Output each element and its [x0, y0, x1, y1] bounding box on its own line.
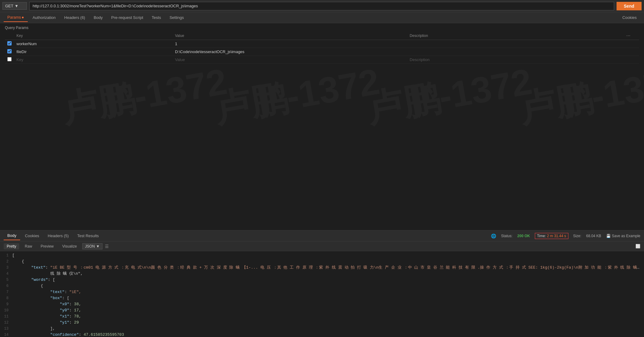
method-dropdown[interactable]: GET ▼ — [2, 2, 27, 10]
line-code: "y0": 17, — [12, 307, 642, 313]
param-checkbox-empty[interactable] — [7, 57, 12, 61]
line-number: 8 — [2, 295, 12, 301]
line-code: "y1": 29 — [12, 320, 642, 326]
json-line: 9 "x0": 38, — [0, 301, 644, 307]
line-number: 1 — [2, 252, 12, 259]
json-line: 13 ], — [0, 326, 644, 332]
preview-button[interactable]: Preview — [38, 243, 57, 249]
params-section: Query Params Key Value Description ··· — [0, 23, 644, 65]
line-code: "confidence": 47.61585235595703 — [12, 332, 642, 337]
line-number: 14 — [2, 332, 12, 337]
globe-icon: 🌐 — [491, 234, 496, 238]
resp-tab-body[interactable]: Body — [4, 231, 20, 240]
json-line: 10 "y0": 17, — [0, 307, 644, 313]
pretty-button[interactable]: Pretty — [4, 243, 19, 249]
line-code: "text": "iE BE 型 号 ：cm01 电 源 方 式 ：充 电 式\… — [12, 265, 642, 271]
response-section: Body Cookies Headers (5) Test Results 🌐 … — [0, 230, 644, 337]
table-row: workerNum 1 — [5, 40, 639, 48]
line-code: "x1": 78, — [12, 313, 642, 320]
line-number: 5 — [2, 277, 12, 283]
send-button[interactable]: Send — [617, 2, 642, 10]
param-checkbox-2[interactable] — [7, 49, 12, 53]
more-options-icon[interactable]: ··· — [626, 33, 630, 38]
size-value: 68.04 KB — [586, 234, 601, 238]
param-desc-1 — [407, 40, 624, 48]
line-code: ], — [12, 326, 642, 332]
tab-settings[interactable]: Settings — [166, 13, 188, 22]
tab-tests[interactable]: Tests — [148, 13, 165, 22]
format-dropdown[interactable]: JSON ▼ — [82, 243, 102, 249]
param-value-1: 1 — [173, 40, 407, 48]
col-key: Key — [14, 32, 173, 40]
json-line: 4 线 除 螨 仪\n", — [0, 271, 644, 277]
spacer-area: 卢鹏-1372 卢鹏-1372 卢鹏-1372 卢鹏-1372 — [0, 65, 644, 230]
line-number: 13 — [2, 326, 12, 332]
watermark-3: 卢鹏-1372 — [363, 65, 536, 135]
json-line: 3 "text": "iE BE 型 号 ：cm01 电 源 方 式 ：充 电 … — [0, 265, 644, 271]
raw-button[interactable]: Raw — [22, 243, 35, 249]
tab-body[interactable]: Body — [90, 13, 106, 22]
watermark-2: 卢鹏-1372 — [210, 65, 383, 135]
expand-icon[interactable]: ⬜ — [635, 244, 640, 248]
empty-row: Key Value Description — [5, 56, 639, 64]
json-line: 14 "confidence": 47.61585235595703 — [0, 332, 644, 337]
size-label: Size: — [573, 234, 581, 238]
line-number: 7 — [2, 289, 12, 295]
line-number: 10 — [2, 307, 12, 313]
col-value: Value — [173, 32, 407, 40]
empty-desc-placeholder: Description — [410, 57, 430, 62]
url-bar: GET ▼ Send — [0, 0, 644, 12]
line-code: "box": [ — [12, 295, 642, 301]
json-line: 7 "text": "iE", — [0, 289, 644, 295]
response-toolbar: Pretty Raw Preview Visualize JSON ▼ ☰ ⬜ — [0, 241, 644, 251]
request-tabs: Params● Authorization Headers (6) Body P… — [0, 12, 644, 23]
tab-authorization[interactable]: Authorization — [29, 13, 59, 22]
chevron-down-icon: ▼ — [15, 4, 19, 8]
resp-tab-cookies[interactable]: Cookies — [21, 232, 43, 240]
resp-tab-headers[interactable]: Headers (5) — [44, 232, 73, 240]
main-container: GET ▼ Send Params● Authorization Headers… — [0, 0, 644, 337]
param-checkbox-1[interactable] — [7, 41, 12, 45]
watermark-4: 卢鹏-1372 — [515, 65, 644, 135]
save-icon: 💾 — [606, 234, 611, 238]
status-label: Status: — [501, 234, 512, 238]
line-code: { — [12, 283, 642, 289]
json-content[interactable]: 1[2 {3 "text": "iE BE 型 号 ：cm01 电 源 方 式 … — [0, 251, 644, 337]
resp-tab-test-results[interactable]: Test Results — [73, 232, 102, 240]
param-desc-2 — [407, 48, 624, 56]
section-title: Query Params — [5, 26, 639, 30]
tab-pre-request[interactable]: Pre-request Script — [108, 13, 147, 22]
line-code: [ — [12, 252, 642, 259]
url-input[interactable] — [29, 2, 614, 10]
visualize-button[interactable]: Visualize — [59, 243, 80, 249]
line-number: 11 — [2, 313, 12, 320]
time-label: Time: — [537, 234, 546, 238]
watermark-1: 卢鹏-1372 — [58, 65, 231, 135]
json-line: 6 { — [0, 283, 644, 289]
line-number: 12 — [2, 320, 12, 326]
line-number: 2 — [2, 259, 12, 265]
tab-params[interactable]: Params● — [4, 13, 28, 22]
tab-cookies-top[interactable]: Cookies — [619, 13, 640, 22]
filter-icon[interactable]: ☰ — [105, 244, 109, 249]
json-line: 2 { — [0, 259, 644, 265]
json-line: 1[ — [0, 252, 644, 259]
save-example-button[interactable]: 💾 Save as Example — [606, 234, 640, 238]
table-row: fileDir D:\Code\node\tesseractOCR_js\ima… — [5, 48, 639, 56]
time-badge: Time: 2 m 31.44 s — [535, 233, 568, 239]
status-value: 200 OK — [517, 234, 530, 238]
line-code: "x0": 38, — [12, 301, 642, 307]
col-description: Description — [407, 32, 624, 40]
line-code: "text": "iE", — [12, 289, 642, 295]
tab-headers[interactable]: Headers (6) — [61, 13, 89, 22]
line-code: "words": [ — [12, 277, 642, 283]
line-number: 3 — [2, 265, 12, 271]
chevron-down-icon: ▼ — [96, 244, 100, 248]
line-number: 9 — [2, 301, 12, 307]
method-label: GET — [5, 4, 13, 8]
time-value: 2 m 31.44 s — [547, 234, 566, 238]
line-number: 6 — [2, 283, 12, 289]
line-code: 线 除 螨 仪\n", — [12, 271, 642, 277]
line-code: { — [12, 259, 642, 265]
json-line: 12 "y1": 29 — [0, 320, 644, 326]
